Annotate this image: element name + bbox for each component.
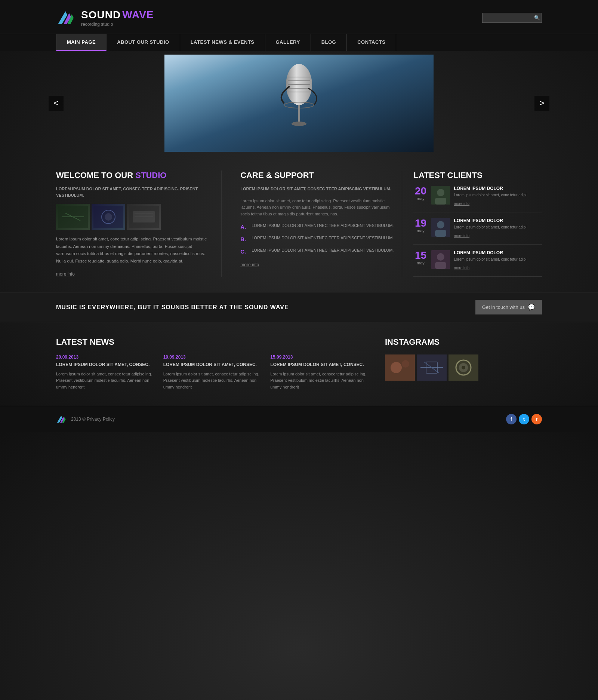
clients-section: LATEST CLIENTS 20 may LOREM IPSUM DOLOR …	[413, 171, 542, 277]
get-touch-label: Get in touch with us	[482, 304, 525, 310]
care-more-info[interactable]: more info	[240, 262, 259, 267]
client-day-3: 15	[413, 250, 428, 261]
instagram-grid	[385, 354, 542, 381]
welcome-section: WELCOME to our STUDIO LOREM IPSUM DOLOR …	[56, 171, 222, 277]
search-bar[interactable]: 🔍	[482, 13, 542, 23]
facebook-button[interactable]: f	[506, 414, 517, 424]
instagram-thumb-1[interactable]	[385, 354, 415, 381]
client-date-2: 19 may	[413, 218, 428, 233]
svg-rect-30	[435, 262, 446, 269]
care-list: A. LOREM IPSUM DOLOR SIT AMENTNEC TEER A…	[240, 223, 394, 255]
svg-rect-24	[435, 198, 446, 205]
welcome-title: WELCOME to our STUDIO	[56, 171, 210, 180]
hero-prev-arrow[interactable]: <	[49, 96, 64, 111]
news-date-2: 19.09.2013	[163, 354, 263, 360]
client-more-2[interactable]: more info	[454, 234, 469, 238]
clients-title: LATEST CLIENTS	[413, 171, 542, 180]
care-text-c: LOREM IPSUM DOLOR SIT AMENTNEC TEER ADIP…	[252, 248, 394, 253]
rss-button[interactable]: r	[531, 414, 542, 424]
news-body-3: Lorem ipsum dolor sit amet, consec tetur…	[270, 371, 370, 391]
clients-list: 20 may LOREM IPSUM DOLOR Lorem ipsum dol…	[413, 186, 542, 277]
news-item-3: 15.09.2013 LOREM IPSUM DOLOR SIT AMET, C…	[270, 354, 370, 390]
client-day-1: 20	[413, 186, 428, 196]
instagram-thumb-3[interactable]	[449, 354, 478, 381]
nav-item-contacts[interactable]: CONTACTS	[347, 34, 396, 51]
news-section: LATEST NEWS 20.09.2013 LOREM IPSUM DOLOR…	[56, 337, 370, 390]
news-title: LATEST NEWS	[56, 337, 370, 347]
client-info-1: LOREM IPSUM DOLOR Lorem ipsum dolor sit …	[454, 186, 542, 206]
hero-section: <	[0, 51, 598, 156]
news-body-2: Lorem ipsum dolor sit amet, consec tetur…	[163, 371, 263, 391]
news-grid: 20.09.2013 LOREM IPSUM DOLOR SIT AMET, C…	[56, 354, 370, 390]
instagram-thumb-2[interactable]	[417, 354, 447, 381]
welcome-intro: LOREM IPSUM DOLOR SIT AMET, CONSEC TEER …	[56, 186, 210, 198]
hero-image	[164, 55, 434, 152]
search-input[interactable]	[486, 15, 534, 21]
client-date-3: 15 may	[413, 250, 428, 265]
svg-point-29	[437, 253, 444, 261]
news-date-3: 15.09.2013	[270, 354, 370, 360]
client-month-2: may	[413, 228, 428, 233]
svg-point-17	[105, 213, 112, 221]
care-text-b: LOREM IPSUM DOLOR SIT AMENTNEC TEER ADIP…	[252, 235, 394, 241]
client-name-3: LOREM IPSUM DOLOR	[454, 250, 542, 255]
bottom-section: LATEST NEWS 20.09.2013 LOREM IPSUM DOLOR…	[0, 322, 598, 405]
client-item-1: 20 may LOREM IPSUM DOLOR Lorem ipsum dol…	[413, 186, 542, 212]
client-info-3: LOREM IPSUM DOLOR Lorem ipsum dolor sit …	[454, 250, 542, 271]
care-list-item-b: B. LOREM IPSUM DOLOR SIT AMENTNEC TEER A…	[240, 235, 394, 243]
care-text-a: LOREM IPSUM DOLOR SIT AMENTNEC TEER ADIP…	[252, 223, 394, 228]
svg-point-41	[462, 366, 465, 369]
nav-item-blog[interactable]: BLOG	[311, 34, 347, 51]
care-list-item-c: C. LOREM IPSUM DOLOR SIT AMENTNEC TEER A…	[240, 248, 394, 255]
news-title-1: LOREM IPSUM DOLOR SIT AMET, CONSEC.	[56, 362, 156, 368]
search-icon[interactable]: 🔍	[534, 15, 540, 21]
get-touch-button[interactable]: Get in touch with us 💬	[475, 300, 542, 314]
client-date-1: 20 may	[413, 186, 428, 201]
client-day-2: 19	[413, 218, 428, 228]
svg-point-26	[437, 221, 444, 228]
nav-item-news[interactable]: LATEST NEWS & EVENTS	[180, 34, 265, 51]
care-letter-b: B.	[240, 235, 248, 243]
logo-wave: WAVE	[122, 9, 154, 21]
footer: 2013 © Privacy Policy f t r	[0, 406, 598, 432]
client-name-1: LOREM IPSUM DOLOR	[454, 186, 542, 191]
banner-text: MUSIC IS EVERYWHERE, BUT IT SOUNDS BETTE…	[56, 304, 289, 311]
client-avatar-1	[431, 186, 450, 205]
client-name-2: LOREM IPSUM DOLOR	[454, 218, 542, 223]
client-more-1[interactable]: more info	[454, 202, 469, 206]
nav-item-about[interactable]: ABOUT OUR STUDIO	[107, 34, 180, 51]
main-content: WELCOME to our STUDIO LOREM IPSUM DOLOR …	[0, 156, 598, 292]
twitter-button[interactable]: t	[519, 414, 529, 424]
welcome-title-highlight: STUDIO	[135, 171, 166, 180]
studio-image-1	[56, 204, 90, 230]
svg-point-11	[292, 122, 306, 126]
svg-point-33	[402, 360, 409, 368]
client-avatar-3	[431, 250, 450, 269]
studio-image-2	[92, 204, 125, 230]
client-desc-2: Lorem ipsum dolor sit amet, conc tetur a…	[454, 225, 542, 230]
hero-mic-svg	[262, 58, 336, 148]
client-desc-3: Lorem ipsum dolor sit amet, conc tetur a…	[454, 257, 542, 262]
nav-item-gallery[interactable]: GALLERY	[265, 34, 311, 51]
svg-point-32	[391, 362, 402, 373]
footer-left: 2013 © Privacy Policy	[56, 414, 115, 425]
client-item-2: 19 may LOREM IPSUM DOLOR Lorem ipsum dol…	[413, 218, 542, 245]
news-item-2: 19.09.2013 LOREM IPSUM DOLOR SIT AMET, C…	[163, 354, 263, 390]
nav-item-main-page[interactable]: MAIN PAGE	[56, 34, 107, 51]
client-avatar-2	[431, 218, 450, 237]
client-more-3[interactable]: more info	[454, 266, 469, 270]
header: SOUND WAVE recording studio 🔍	[0, 0, 598, 34]
welcome-title-prefix: WELCOME to our	[56, 171, 135, 180]
care-section: CARE & SUPPORT LOREM IPSUM DOLOR SIT AME…	[233, 171, 402, 277]
logo-subtitle: recording studio	[81, 22, 154, 27]
studio-images	[56, 204, 210, 230]
care-letter-c: C.	[240, 248, 248, 255]
svg-point-23	[437, 189, 444, 196]
hero-mic-area	[164, 55, 434, 152]
hero-next-arrow[interactable]: >	[534, 96, 549, 111]
client-month-1: may	[413, 196, 428, 201]
client-item-3: 15 may LOREM IPSUM DOLOR Lorem ipsum dol…	[413, 250, 542, 277]
care-title: CARE & SUPPORT	[240, 171, 394, 180]
welcome-more-info[interactable]: more info	[56, 271, 75, 277]
welcome-body: Lorem ipsum dolor sit amet, conc tetur a…	[56, 236, 210, 265]
